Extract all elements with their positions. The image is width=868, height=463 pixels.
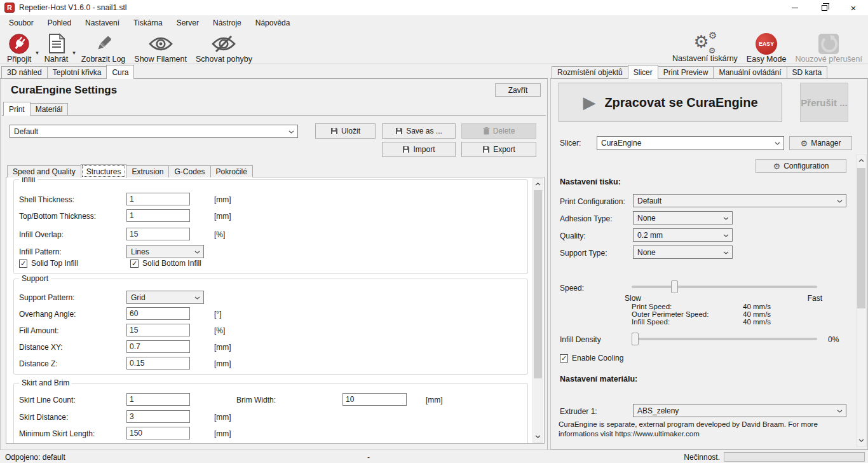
close-button[interactable]: × xyxy=(839,0,868,15)
scroll-up-icon[interactable] xyxy=(533,179,543,190)
tab-slicer[interactable]: Slicer xyxy=(628,65,658,79)
close-icon: × xyxy=(851,3,857,13)
scroll-up-icon[interactable] xyxy=(857,155,866,166)
emergency-icon xyxy=(817,32,840,55)
menu-nastaveni[interactable]: Nastavení xyxy=(78,16,126,30)
subtab-speed-quality[interactable]: Speed and Quality xyxy=(7,165,81,177)
close-panel-button[interactable]: Zavřít xyxy=(495,83,541,97)
slider-track[interactable] xyxy=(632,338,817,340)
tab-rozmisteni-objektu[interactable]: Rozmístění objektů xyxy=(552,66,628,78)
distance-xy-input[interactable] xyxy=(126,340,190,353)
subtab-gcodes[interactable]: G-Codes xyxy=(168,165,210,177)
field-label: Shell Thickness: xyxy=(19,195,74,204)
solid-top-infill-checkbox[interactable]: ✓ Solid Top Infill xyxy=(19,259,78,268)
show-log-button[interactable]: Zobrazit Log xyxy=(77,32,130,64)
tab-material[interactable]: Materiál xyxy=(30,103,69,115)
menu-tiskarna[interactable]: Tiskárna xyxy=(126,16,170,30)
restore-button[interactable] xyxy=(810,0,839,15)
play-icon: ▶ xyxy=(583,94,595,111)
scrollbar-thumb[interactable] xyxy=(857,168,865,308)
hide-travel-button[interactable]: Schovat pohyby xyxy=(191,32,257,64)
menu-pohled[interactable]: Pohled xyxy=(41,16,78,30)
manager-button[interactable]: ⚙ Manager xyxy=(789,136,852,150)
field-label: Adhesion Type: xyxy=(560,214,613,223)
menu-nastroje[interactable]: Nástroje xyxy=(206,16,248,30)
fill-amount-input[interactable] xyxy=(126,324,190,336)
right-tabstrip: Rozmístění objektů Slicer Print Preview … xyxy=(550,64,868,79)
infill-overlap-input[interactable] xyxy=(126,228,190,240)
tab-print-preview[interactable]: Print Preview xyxy=(658,66,714,78)
delete-button[interactable]: Delete xyxy=(461,123,536,139)
adhesion-type-select[interactable]: None xyxy=(633,211,733,225)
top-bottom-thickness-input[interactable] xyxy=(126,209,190,222)
speed-slider[interactable] xyxy=(632,280,817,293)
connect-button[interactable]: Připojit xyxy=(3,32,36,64)
export-button[interactable]: Export xyxy=(461,142,536,157)
speed-label: Speed: xyxy=(560,284,584,293)
tab-sd-karta[interactable]: SD karta xyxy=(787,66,828,78)
enable-cooling-checkbox[interactable]: ✓ Enable Cooling xyxy=(560,354,623,363)
print-configuration-select[interactable]: Default xyxy=(633,194,846,207)
menu-server[interactable]: Server xyxy=(170,16,206,30)
scroll-down-icon[interactable] xyxy=(857,435,866,446)
support-type-select[interactable]: None xyxy=(633,245,733,259)
skirt-line-count-input[interactable] xyxy=(126,393,190,406)
extruder-select[interactable]: ABS_zeleny xyxy=(633,404,846,417)
eye-icon xyxy=(148,32,173,55)
menu-soubor[interactable]: Soubor xyxy=(2,16,41,30)
scroll-down-icon[interactable] xyxy=(533,431,543,442)
field-unit: [mm] xyxy=(426,396,443,404)
field-unit: [mm] xyxy=(214,195,231,204)
field-unit: [%] xyxy=(214,326,225,335)
printer-settings-button[interactable]: ⚙ ⚙ ⚙ Nastavení tiskárny xyxy=(668,32,742,64)
configuration-button[interactable]: ⚙ Configuration xyxy=(756,159,846,173)
save-button[interactable]: Uložit xyxy=(315,123,376,139)
minimize-icon xyxy=(792,8,798,8)
scrollbar-thumb[interactable] xyxy=(534,190,542,378)
gear-icon: ⚙ xyxy=(800,139,808,148)
subtab-extrusion[interactable]: Extrusion xyxy=(126,165,169,177)
easy-mode-button[interactable]: EASY Easy Mode xyxy=(742,32,791,64)
save-as-button[interactable]: Save as ... xyxy=(382,123,456,139)
solid-bottom-infill-checkbox[interactable]: ✓ Solid Bottom Infill xyxy=(130,259,201,268)
infill-density-slider[interactable] xyxy=(632,333,817,345)
support-pattern-select[interactable]: Grid xyxy=(126,291,204,304)
field-label: Top/Bottom Thickness: xyxy=(19,212,96,221)
field-unit: [mm] xyxy=(214,359,231,368)
subtab-pokrocile[interactable]: Pokročilé xyxy=(210,165,253,177)
overhang-angle-input[interactable] xyxy=(126,307,190,320)
profile-select[interactable]: Default xyxy=(10,125,298,138)
slicer-select[interactable]: CuraEngine xyxy=(597,136,784,150)
field-label: Quality: xyxy=(560,232,586,240)
minimize-button[interactable] xyxy=(780,0,810,15)
distance-z-input[interactable] xyxy=(126,357,190,370)
load-button[interactable]: Nahrát xyxy=(40,32,73,64)
quality-select[interactable]: 0.2 mm xyxy=(633,228,733,242)
emergency-stop-button[interactable]: Nouzové přerušení xyxy=(790,32,867,64)
field-label: Fill Amount: xyxy=(19,326,59,335)
subtab-structures[interactable]: Structures xyxy=(81,164,127,178)
minimum-skirt-length-input[interactable] xyxy=(126,427,190,439)
abort-button[interactable]: Přerušit ... xyxy=(800,83,848,122)
tab-cura[interactable]: Cura xyxy=(106,65,134,79)
support-group: Support Support Pattern: Grid Overhang A… xyxy=(13,279,528,375)
show-filament-button[interactable]: Show Filament xyxy=(130,32,191,64)
slider-track[interactable] xyxy=(632,286,817,288)
tab-3d-nahled[interactable]: 3D náhled xyxy=(1,66,48,78)
slider-thumb[interactable] xyxy=(632,333,639,345)
slice-button[interactable]: ▶ Zpracovat se CuraEngine xyxy=(559,83,782,122)
import-button[interactable]: Import xyxy=(382,142,456,157)
infill-pattern-select[interactable]: Lines xyxy=(126,245,204,258)
tab-teplotni-krivka[interactable]: Teplotní křivka xyxy=(47,66,107,78)
menu-napoveda[interactable]: Nápověda xyxy=(248,16,297,30)
tab-print[interactable]: Print xyxy=(3,102,31,116)
settings-scrollbar[interactable] xyxy=(532,178,543,443)
group-title: Infill xyxy=(19,177,37,184)
skirt-distance-input[interactable] xyxy=(126,410,190,423)
tab-manualni-ovladani[interactable]: Manuální ovládání xyxy=(713,66,787,78)
slider-thumb[interactable] xyxy=(671,280,678,293)
perimeter-speed-value: 40 mm/s xyxy=(743,310,771,318)
shell-thickness-input[interactable] xyxy=(126,193,190,205)
slicer-scrollbar[interactable] xyxy=(856,155,867,446)
brim-width-input[interactable] xyxy=(342,393,407,406)
